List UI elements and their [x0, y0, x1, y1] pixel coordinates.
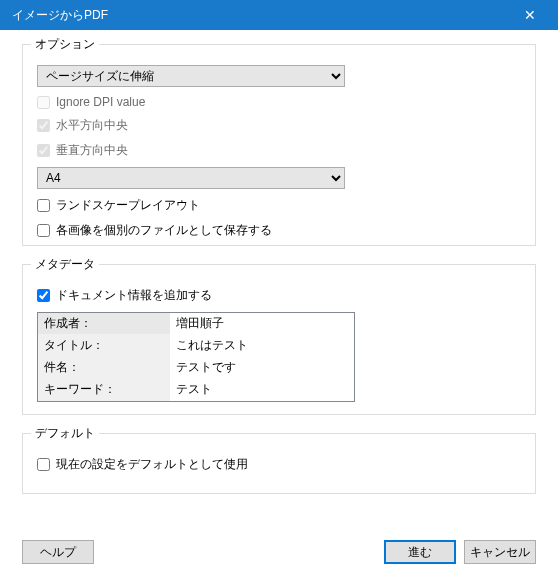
proceed-button[interactable]: 進む — [384, 540, 456, 564]
use-default-label: 現在の設定をデフォルトとして使用 — [56, 456, 248, 473]
table-row: 作成者： 増田順子 — [38, 313, 354, 335]
options-group-label: オプション — [31, 36, 99, 53]
window-title: イメージからPDF — [12, 7, 510, 24]
center-h-checkbox: 水平方向中央 — [37, 117, 521, 134]
center-h-input — [37, 119, 50, 132]
ignore-dpi-checkbox: Ignore DPI value — [37, 95, 521, 109]
separate-files-label: 各画像を個別のファイルとして保存する — [56, 222, 272, 239]
add-doc-info-checkbox[interactable]: ドキュメント情報を追加する — [37, 287, 521, 304]
center-v-input — [37, 144, 50, 157]
ignore-dpi-label: Ignore DPI value — [56, 95, 145, 109]
help-button[interactable]: ヘルプ — [22, 540, 94, 564]
add-doc-info-input[interactable] — [37, 289, 50, 302]
dialog-content: オプション ページサイズに伸縮 Ignore DPI value 水平方向中央 … — [0, 30, 558, 494]
table-row: キーワード： テスト — [38, 379, 354, 401]
defaults-group: デフォルト 現在の設定をデフォルトとして使用 — [22, 433, 536, 494]
center-v-checkbox: 垂直方向中央 — [37, 142, 521, 159]
meta-keywords-label: キーワード： — [38, 379, 170, 401]
metadata-table[interactable]: 作成者： 増田順子 タイトル： これはテスト 件名： テストです キーワード： … — [37, 312, 355, 402]
landscape-checkbox[interactable]: ランドスケープレイアウト — [37, 197, 521, 214]
add-doc-info-label: ドキュメント情報を追加する — [56, 287, 212, 304]
metadata-group: メタデータ ドキュメント情報を追加する 作成者： 増田順子 タイトル： これはテ… — [22, 264, 536, 415]
separate-files-checkbox[interactable]: 各画像を個別のファイルとして保存する — [37, 222, 521, 239]
ignore-dpi-input — [37, 96, 50, 109]
landscape-label: ランドスケープレイアウト — [56, 197, 200, 214]
separate-files-input[interactable] — [37, 224, 50, 237]
meta-keywords-value[interactable]: テスト — [170, 379, 354, 401]
landscape-input[interactable] — [37, 199, 50, 212]
page-size-select[interactable]: A4 — [37, 167, 345, 189]
use-default-checkbox[interactable]: 現在の設定をデフォルトとして使用 — [37, 456, 521, 473]
table-row: タイトル： これはテスト — [38, 335, 354, 357]
dialog-footer: ヘルプ 進む キャンセル — [22, 540, 536, 564]
defaults-group-label: デフォルト — [31, 425, 99, 442]
meta-title-value[interactable]: これはテスト — [170, 335, 354, 357]
table-row: 件名： テストです — [38, 357, 354, 379]
center-h-label: 水平方向中央 — [56, 117, 128, 134]
center-v-label: 垂直方向中央 — [56, 142, 128, 159]
cancel-button[interactable]: キャンセル — [464, 540, 536, 564]
close-icon[interactable]: ✕ — [510, 7, 550, 23]
meta-author-label: 作成者： — [38, 313, 170, 335]
meta-subject-label: 件名： — [38, 357, 170, 379]
scale-mode-select[interactable]: ページサイズに伸縮 — [37, 65, 345, 87]
use-default-input[interactable] — [37, 458, 50, 471]
meta-author-value[interactable]: 増田順子 — [170, 313, 354, 335]
titlebar: イメージからPDF ✕ — [0, 0, 558, 30]
meta-title-label: タイトル： — [38, 335, 170, 357]
options-group: オプション ページサイズに伸縮 Ignore DPI value 水平方向中央 … — [22, 44, 536, 246]
meta-subject-value[interactable]: テストです — [170, 357, 354, 379]
metadata-group-label: メタデータ — [31, 256, 99, 273]
